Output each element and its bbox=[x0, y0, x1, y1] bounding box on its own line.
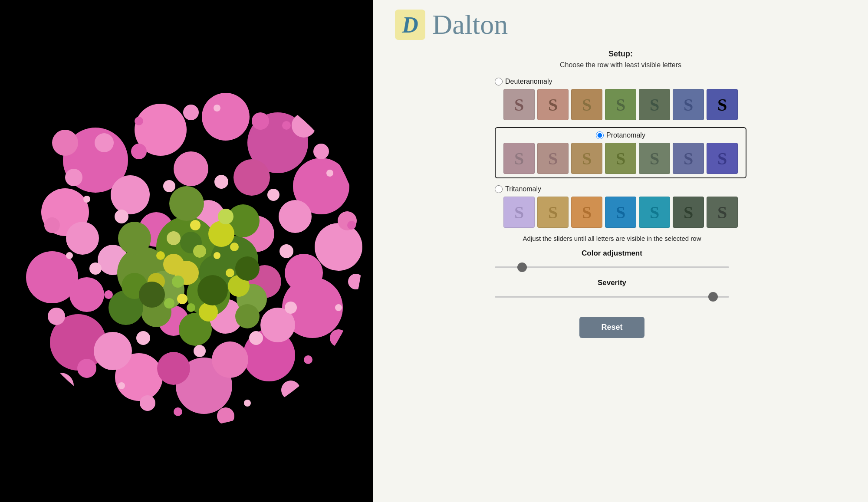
svg-point-45 bbox=[208, 221, 234, 247]
protanomaly-group: Protanomaly S S S S S S S bbox=[495, 127, 746, 178]
tritanomaly-radio-row: Tritanomaly bbox=[495, 185, 746, 193]
swatch: S bbox=[503, 89, 535, 120]
svg-point-80 bbox=[174, 407, 182, 416]
svg-point-113 bbox=[139, 282, 165, 308]
svg-point-64 bbox=[252, 112, 269, 130]
svg-point-22 bbox=[94, 332, 132, 370]
settings-panel: D Dalton Setup: Choose the row with leas… bbox=[373, 0, 868, 502]
svg-point-59 bbox=[281, 381, 300, 400]
svg-point-86 bbox=[282, 121, 291, 130]
svg-point-75 bbox=[163, 180, 175, 192]
svg-point-94 bbox=[214, 252, 220, 259]
svg-point-53 bbox=[65, 169, 82, 186]
color-adjustment-group: Color adjustment bbox=[495, 249, 729, 270]
slider-instruction: Adjust the sliders until all letters are… bbox=[495, 235, 729, 242]
svg-point-112 bbox=[197, 275, 228, 305]
svg-point-18 bbox=[285, 254, 323, 292]
svg-point-76 bbox=[69, 156, 78, 164]
svg-point-58 bbox=[217, 407, 234, 425]
svg-point-83 bbox=[335, 304, 342, 311]
svg-point-56 bbox=[77, 359, 96, 378]
svg-point-55 bbox=[48, 308, 65, 325]
swatch: S bbox=[605, 197, 636, 228]
svg-point-63 bbox=[313, 144, 329, 159]
svg-point-51 bbox=[95, 133, 114, 152]
svg-point-66 bbox=[115, 210, 128, 223]
deuteranomaly-group: Deuteranomaly S S S S S S S bbox=[495, 78, 746, 120]
svg-point-15 bbox=[174, 151, 208, 186]
deuteranomaly-label[interactable]: Deuteranomaly bbox=[505, 78, 552, 85]
svg-point-74 bbox=[214, 175, 228, 189]
svg-point-68 bbox=[136, 331, 150, 345]
svg-point-21 bbox=[157, 352, 190, 385]
svg-point-71 bbox=[285, 302, 297, 314]
svg-point-114 bbox=[235, 256, 260, 281]
svg-point-72 bbox=[279, 244, 293, 258]
svg-point-52 bbox=[131, 144, 147, 159]
svg-point-103 bbox=[348, 335, 365, 359]
svg-point-43 bbox=[118, 222, 151, 255]
swatch: S bbox=[639, 197, 670, 228]
swatch: S bbox=[707, 89, 738, 120]
reset-button[interactable]: Reset bbox=[579, 317, 644, 338]
svg-point-69 bbox=[194, 345, 206, 357]
setup-instruction: Choose the row with least visible letter… bbox=[495, 61, 746, 69]
swatch: S bbox=[503, 143, 535, 174]
svg-point-85 bbox=[326, 170, 333, 177]
svg-point-105 bbox=[48, 373, 74, 399]
svg-point-89 bbox=[66, 252, 73, 259]
svg-point-61 bbox=[348, 274, 364, 289]
swatch: S bbox=[537, 89, 569, 120]
svg-point-91 bbox=[230, 243, 239, 251]
svg-point-84 bbox=[347, 221, 356, 230]
svg-point-87 bbox=[214, 105, 220, 112]
setup-section: Setup: Choose the row with least visible… bbox=[495, 49, 746, 338]
svg-point-60 bbox=[330, 329, 347, 347]
svg-point-81 bbox=[244, 400, 251, 407]
svg-point-20 bbox=[212, 341, 248, 378]
svg-point-6 bbox=[315, 223, 362, 271]
svg-point-107 bbox=[235, 304, 260, 328]
swatch: S bbox=[673, 197, 704, 228]
svg-point-95 bbox=[226, 269, 234, 277]
swatch: S bbox=[571, 197, 602, 228]
svg-point-48 bbox=[199, 302, 218, 322]
color-adjustment-slider[interactable] bbox=[495, 266, 729, 268]
swatch: S bbox=[673, 89, 704, 120]
deuteranomaly-radio[interactable] bbox=[495, 78, 503, 85]
swatch: S bbox=[605, 89, 636, 120]
swatch: S bbox=[571, 89, 602, 120]
svg-point-111 bbox=[167, 231, 181, 245]
tritanomaly-radio[interactable] bbox=[495, 185, 503, 193]
svg-point-88 bbox=[135, 117, 143, 125]
setup-label: Setup: bbox=[495, 49, 746, 59]
swatch: S bbox=[673, 143, 704, 174]
deuteranomaly-radio-row: Deuteranomaly bbox=[495, 78, 746, 85]
svg-point-3 bbox=[202, 93, 250, 141]
svg-point-70 bbox=[249, 331, 263, 345]
app-header: D Dalton bbox=[386, 9, 508, 41]
protanomaly-radio[interactable] bbox=[596, 131, 604, 139]
svg-point-78 bbox=[104, 290, 113, 299]
ishihara-circles bbox=[9, 73, 365, 429]
protanomaly-label[interactable]: Protanomaly bbox=[606, 131, 645, 139]
svg-point-16 bbox=[233, 159, 270, 196]
svg-point-99 bbox=[164, 298, 174, 308]
sliders-section: Adjust the sliders until all letters are… bbox=[495, 235, 729, 338]
app-title: Dalton bbox=[432, 9, 508, 41]
protanomaly-radio-row: Protanomaly bbox=[499, 131, 742, 139]
swatch: S bbox=[605, 143, 636, 174]
protanomaly-swatches: S S S S S S S bbox=[499, 143, 742, 174]
swatch: S bbox=[537, 143, 569, 174]
tritanomaly-group: Tritanomaly S S S S S S S bbox=[495, 185, 746, 228]
svg-point-23 bbox=[69, 277, 104, 312]
svg-point-102 bbox=[340, 149, 363, 171]
svg-point-100 bbox=[52, 130, 78, 156]
swatch: S bbox=[639, 143, 670, 174]
svg-point-77 bbox=[83, 196, 90, 203]
color-adjustment-label: Color adjustment bbox=[495, 249, 729, 258]
svg-point-24 bbox=[66, 222, 99, 255]
tritanomaly-label[interactable]: Tritanomaly bbox=[505, 185, 541, 193]
severity-slider[interactable] bbox=[495, 296, 729, 298]
swatch: S bbox=[571, 143, 602, 174]
